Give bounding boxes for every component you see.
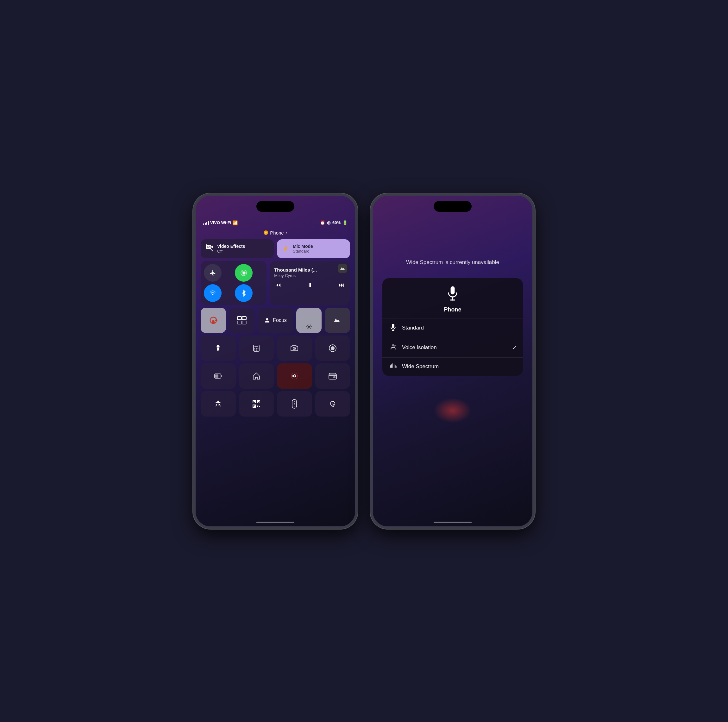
mic-menu-header-icon <box>446 286 459 304</box>
qr-scanner-button[interactable] <box>239 391 274 416</box>
voice-isolation-label: Voice Isolation <box>402 344 508 351</box>
shazam-button[interactable] <box>277 363 312 389</box>
battery-icon: 🔋 <box>343 220 347 225</box>
svg-point-50 <box>294 401 295 402</box>
rotation-lock-button[interactable] <box>201 307 226 333</box>
mic-menu-title: Phone <box>444 306 461 313</box>
status-right: ⏰ ◎ 60% 🔋 <box>320 220 347 225</box>
screen-mirror-button[interactable] <box>229 307 254 333</box>
mic-mode-icon: 🎙 <box>282 245 289 253</box>
svg-point-10 <box>266 318 268 320</box>
svg-rect-8 <box>237 321 242 324</box>
svg-point-25 <box>254 349 255 350</box>
signal-bars <box>203 221 209 225</box>
mic-standard-item[interactable]: Standard <box>382 318 523 338</box>
svg-point-24 <box>257 348 258 349</box>
dynamic-island-right <box>434 201 472 212</box>
music-controls: ⏮ ⏸ ⏭ <box>274 282 346 288</box>
svg-point-60 <box>392 344 395 346</box>
brightness-slider[interactable] <box>296 307 321 333</box>
screen-record-button[interactable] <box>315 335 350 361</box>
status-left: VIVO Wi-Fi 📶 <box>203 220 238 225</box>
mic-mode-tile[interactable]: 🎙 Mic Mode Standard <box>277 239 350 258</box>
utility-row-2 <box>201 363 350 389</box>
svg-rect-21 <box>254 346 258 347</box>
top-tiles: Video Effects Off 🎙 Mic Mode Standard <box>201 239 350 258</box>
secondary-row: Focus <box>201 307 350 333</box>
bluetooth-button[interactable] <box>235 284 252 302</box>
checkmark-icon: ✓ <box>512 345 517 351</box>
svg-rect-33 <box>221 375 222 377</box>
right-phone: Wide Spectrum is currently unavailable P… <box>370 193 535 529</box>
calculator-button[interactable] <box>239 335 274 361</box>
wallet-button[interactable] <box>315 363 350 389</box>
phone-indicator[interactable]: 🎙 Phone › <box>201 230 350 236</box>
svg-point-11 <box>308 326 310 328</box>
video-effects-tile[interactable]: Video Effects Off <box>201 239 274 258</box>
cellular-button[interactable] <box>235 264 252 282</box>
svg-rect-66 <box>396 366 397 368</box>
svg-rect-54 <box>451 286 455 294</box>
prev-button[interactable]: ⏮ <box>275 282 281 288</box>
voice-isolation-icon <box>389 343 398 352</box>
svg-point-23 <box>256 348 257 349</box>
standard-mic-icon <box>389 323 398 333</box>
next-button[interactable]: ⏭ <box>339 282 344 288</box>
svg-point-1 <box>242 272 245 274</box>
battery-text: 60% <box>332 220 341 225</box>
clock-icon: ⏰ <box>320 220 325 225</box>
focus-button[interactable]: Focus <box>258 307 293 333</box>
camera-button[interactable] <box>277 335 312 361</box>
phone-chevron: › <box>286 231 287 235</box>
status-bar: VIVO Wi-Fi 📶 ⏰ ◎ 60% 🔋 <box>201 218 350 228</box>
svg-rect-57 <box>392 324 395 328</box>
airplane-mode-button[interactable] <box>204 264 222 282</box>
wide-spectrum-item[interactable]: Wide Spectrum <box>382 358 523 376</box>
svg-rect-65 <box>395 365 396 368</box>
standard-label: Standard <box>402 325 517 331</box>
svg-rect-6 <box>237 317 242 320</box>
svg-rect-9 <box>242 321 246 324</box>
svg-rect-42 <box>254 401 255 402</box>
wide-spectrum-label: Wide Spectrum <box>402 363 517 370</box>
utility-row-1 <box>201 335 350 361</box>
home-button[interactable] <box>239 363 274 389</box>
svg-rect-47 <box>257 406 258 407</box>
svg-rect-37 <box>333 376 335 378</box>
hearing-button[interactable] <box>315 391 350 416</box>
wifi-button[interactable] <box>204 284 222 302</box>
svg-rect-64 <box>394 364 395 368</box>
music-artist: Miley Cyrus <box>274 273 346 278</box>
svg-rect-46 <box>258 405 259 405</box>
voice-isolation-item[interactable]: Voice Isolation ✓ <box>382 338 523 358</box>
svg-point-29 <box>294 348 295 349</box>
flashlight-button[interactable] <box>201 335 236 361</box>
focus-label: Focus <box>273 318 287 323</box>
remote-button[interactable] <box>277 391 312 416</box>
svg-rect-51 <box>294 403 295 404</box>
svg-rect-63 <box>393 363 393 368</box>
phone-indicator-text: Phone <box>270 230 284 236</box>
svg-rect-53 <box>294 406 295 407</box>
svg-rect-52 <box>294 404 295 405</box>
video-effects-title: Video Effects <box>217 244 245 249</box>
svg-line-18 <box>310 325 311 326</box>
video-effects-text: Video Effects Off <box>217 244 245 254</box>
main-row: Thousand Miles (... Miley Cyrus ⏮ ⏸ ⏭ <box>201 261 350 305</box>
appletv-badge <box>338 264 347 273</box>
svg-rect-44 <box>254 405 255 407</box>
red-glow-decoration <box>434 398 472 423</box>
svg-rect-7 <box>242 317 246 320</box>
play-pause-button[interactable]: ⏸ <box>307 282 313 288</box>
mic-orange-dot: 🎙 <box>264 231 268 235</box>
battery-button[interactable] <box>201 363 236 389</box>
accessibility-button[interactable] <box>201 391 236 416</box>
mic-mode-subtitle: Standard <box>293 249 313 254</box>
appletv-button[interactable] <box>325 307 350 333</box>
right-phone-content: Wide Spectrum is currently unavailable P… <box>373 196 532 526</box>
svg-rect-5 <box>213 320 214 322</box>
wide-spectrum-icon <box>389 363 398 371</box>
video-effects-icon <box>206 244 213 253</box>
svg-line-17 <box>310 328 311 329</box>
svg-rect-48 <box>259 406 260 407</box>
